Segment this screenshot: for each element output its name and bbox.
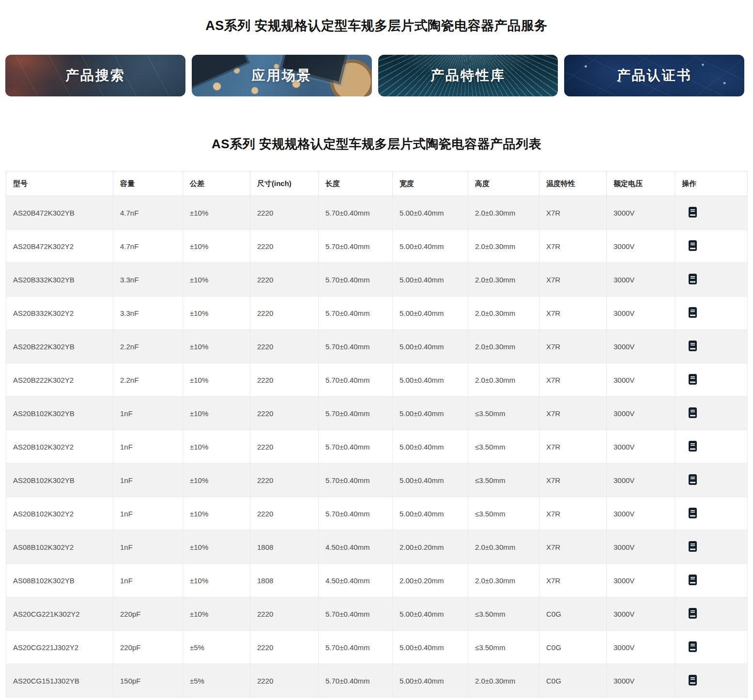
table-row: AS20B102K302YB1nF±10%22205.70±0.40mm5.00… xyxy=(6,464,748,497)
cell-width: 5.00±0.40mm xyxy=(393,196,468,230)
cell-tolerance: ±10% xyxy=(183,363,250,397)
cell-tolerance: ±10% xyxy=(183,397,250,430)
cell-model: AS20CG221K302Y2 xyxy=(6,597,113,631)
cell-width: 5.00±0.40mm xyxy=(393,363,468,397)
cell-size: 2220 xyxy=(250,397,319,430)
cell-size: 2220 xyxy=(250,363,319,397)
page: AS系列 安规规格认定型车规多层片式陶瓷电容器产品服务 产品搜索应用场景产品特性… xyxy=(0,0,753,698)
cell-voltage: 3000V xyxy=(607,296,675,330)
cell-height: 2.0±0.30mm xyxy=(468,263,539,296)
column-header-length: 长度 xyxy=(319,171,393,196)
spec-document-icon[interactable] xyxy=(689,641,697,652)
cell-size: 1808 xyxy=(250,530,319,564)
column-header-voltage: 额定电压 xyxy=(607,171,675,196)
banner-product-search[interactable]: 产品搜索 xyxy=(5,55,185,96)
table-row: AS20B222K302Y22.2nF±10%22205.70±0.40mm5.… xyxy=(6,363,748,397)
cell-action xyxy=(675,430,748,464)
section-title: AS系列 安规规格认定型车规多层片式陶瓷电容器产品列表 xyxy=(0,137,753,151)
cell-action xyxy=(675,397,748,430)
cell-tolerance: ±5% xyxy=(183,631,250,664)
spec-document-icon[interactable] xyxy=(689,207,697,218)
cell-length: 5.70±0.40mm xyxy=(319,631,393,664)
cell-tolerance: ±10% xyxy=(183,497,250,530)
cell-action xyxy=(675,631,748,664)
cell-tolerance: ±10% xyxy=(183,196,250,230)
cell-height: ≤3.50mm xyxy=(468,464,539,497)
column-header-model: 型号 xyxy=(6,171,113,196)
product-table: 型号容量公差尺寸(inch)长度宽度高度温度特性额定电压操作 AS20B472K… xyxy=(6,171,748,698)
cell-height: ≤3.50mm xyxy=(468,597,539,631)
table-row: AS20B472K302YB4.7nF±10%22205.70±0.40mm5.… xyxy=(6,196,748,230)
cell-capacity: 1nF xyxy=(113,564,183,597)
banner-row: 产品搜索应用场景产品特性库产品认证书 xyxy=(0,55,753,96)
cell-action xyxy=(675,497,748,530)
cell-length: 4.50±0.40mm xyxy=(319,530,393,564)
cell-temp: X7R xyxy=(539,330,607,363)
cell-width: 5.00±0.40mm xyxy=(393,497,468,530)
spec-document-icon[interactable] xyxy=(689,541,697,552)
cell-height: 2.0±0.30mm xyxy=(468,664,539,698)
cell-capacity: 4.7nF xyxy=(113,230,183,263)
table-row: AS20B102K302YB1nF±10%22205.70±0.40mm5.00… xyxy=(6,397,748,430)
spec-document-icon[interactable] xyxy=(689,307,697,318)
column-header-width: 宽度 xyxy=(393,171,468,196)
banner-product-characteristics[interactable]: 产品特性库 xyxy=(378,55,558,96)
cell-temp: C0G xyxy=(539,597,607,631)
cell-capacity: 2.2nF xyxy=(113,330,183,363)
banner-application-scenarios[interactable]: 应用场景 xyxy=(192,55,372,96)
cell-height: 2.0±0.30mm xyxy=(468,330,539,363)
cell-size: 2220 xyxy=(250,430,319,464)
cell-temp: C0G xyxy=(539,664,607,698)
spec-document-icon[interactable] xyxy=(689,341,697,351)
cell-model: AS20B472K302Y2 xyxy=(6,230,113,263)
cell-tolerance: ±10% xyxy=(183,597,250,631)
cell-capacity: 3.3nF xyxy=(113,296,183,330)
cell-width: 5.00±0.40mm xyxy=(393,263,468,296)
cell-width: 5.00±0.40mm xyxy=(393,296,468,330)
table-row: AS20CG151J302YB150pF±5%22205.70±0.40mm5.… xyxy=(6,664,748,698)
cell-length: 5.70±0.40mm xyxy=(319,464,393,497)
spec-document-icon[interactable] xyxy=(689,374,697,385)
cell-width: 5.00±0.40mm xyxy=(393,430,468,464)
cell-temp: X7R xyxy=(539,196,607,230)
cell-length: 5.70±0.40mm xyxy=(319,397,393,430)
spec-document-icon[interactable] xyxy=(689,240,697,251)
banner-product-certificates[interactable]: 产品认证书 xyxy=(564,55,744,96)
spec-document-icon[interactable] xyxy=(689,274,697,284)
spec-document-icon[interactable] xyxy=(689,508,697,518)
spec-document-icon[interactable] xyxy=(689,474,697,485)
column-header-action: 操作 xyxy=(675,171,748,196)
spec-document-icon[interactable] xyxy=(689,575,697,585)
column-header-capacity: 容量 xyxy=(113,171,183,196)
cell-action xyxy=(675,564,748,597)
cell-capacity: 2.2nF xyxy=(113,363,183,397)
cell-capacity: 1nF xyxy=(113,497,183,530)
spec-document-icon[interactable] xyxy=(689,608,697,619)
cell-action xyxy=(675,597,748,631)
cell-voltage: 3000V xyxy=(607,564,675,597)
cell-size: 2220 xyxy=(250,196,319,230)
spec-document-icon[interactable] xyxy=(689,441,697,451)
cell-voltage: 3000V xyxy=(607,397,675,430)
cell-tolerance: ±10% xyxy=(183,296,250,330)
cell-length: 5.70±0.40mm xyxy=(319,497,393,530)
column-header-height: 高度 xyxy=(468,171,539,196)
cell-model: AS20B332K302YB xyxy=(6,263,113,296)
cell-temp: X7R xyxy=(539,263,607,296)
cell-model: AS20CG221J302Y2 xyxy=(6,631,113,664)
page-title: AS系列 安规规格认定型车规多层片式陶瓷电容器产品服务 xyxy=(0,0,753,33)
spec-document-icon[interactable] xyxy=(689,407,697,418)
banner-label: 应用场景 xyxy=(252,66,312,85)
cell-model: AS20B102K302YB xyxy=(6,397,113,430)
cell-size: 2220 xyxy=(250,664,319,698)
cell-length: 4.50±0.40mm xyxy=(319,564,393,597)
cell-model: AS20B102K302Y2 xyxy=(6,430,113,464)
cell-length: 5.70±0.40mm xyxy=(319,363,393,397)
cell-voltage: 3000V xyxy=(607,631,675,664)
cell-length: 5.70±0.40mm xyxy=(319,263,393,296)
cell-width: 2.00±0.20mm xyxy=(393,564,468,597)
spec-document-icon[interactable] xyxy=(689,675,697,685)
cell-width: 5.00±0.40mm xyxy=(393,664,468,698)
cell-voltage: 3000V xyxy=(607,464,675,497)
table-row: AS20CG221K302Y2220pF±10%22205.70±0.40mm5… xyxy=(6,597,748,631)
